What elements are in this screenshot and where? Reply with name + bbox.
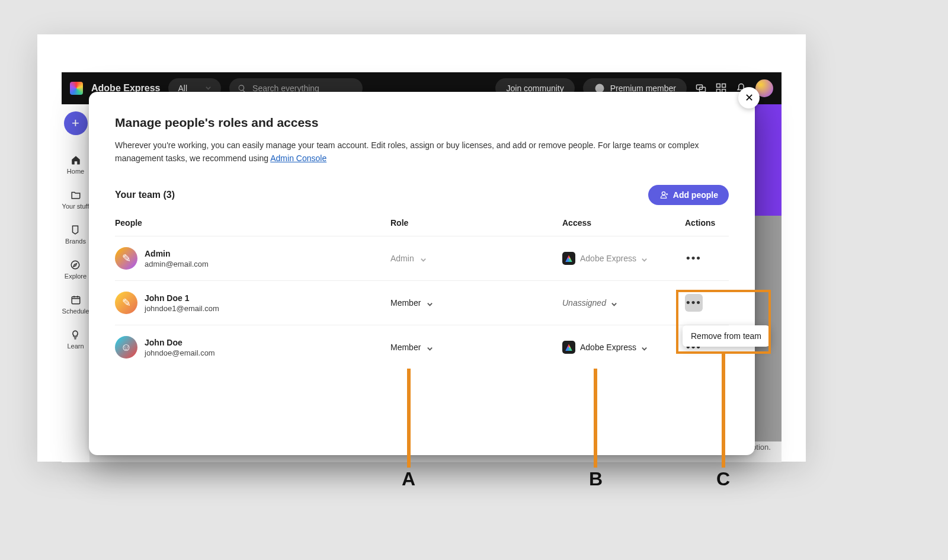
modal-title: Manage people's roles and access — [115, 116, 729, 130]
annotation-label-c: C — [716, 468, 730, 490]
person-email: johndoe1@email.com — [145, 304, 219, 313]
add-people-button[interactable]: Add people — [648, 185, 729, 205]
chevron-down-icon — [641, 255, 647, 261]
svg-point-7 — [72, 261, 80, 269]
role-dropdown[interactable]: Member — [390, 343, 433, 352]
admin-console-link[interactable]: Admin Console — [270, 153, 326, 163]
table-row: ✎ Admin admin@email.com Admin Adobe Expr… — [115, 236, 729, 280]
home-icon — [70, 154, 82, 166]
nav-learn[interactable]: Learn — [67, 329, 84, 350]
table-row: ☺ John Doe johndoe@email.com Member Adob… — [115, 325, 729, 369]
remove-from-team-item[interactable]: Remove from team — [691, 331, 761, 341]
col-people-header: People — [115, 218, 390, 228]
role-dropdown[interactable]: Member — [390, 298, 433, 308]
lightbulb-icon — [69, 329, 81, 341]
nav-your-stuff[interactable]: Your stuff — [62, 189, 89, 210]
calendar-icon — [70, 294, 82, 306]
manage-people-modal: ✕ Manage people's roles and access Where… — [89, 92, 755, 455]
side-nav: + Home Your stuff Brands Explore — [62, 104, 89, 462]
adobe-logo-icon — [70, 82, 83, 95]
col-actions-header: Actions — [685, 218, 729, 228]
adobe-express-app-icon — [562, 252, 575, 265]
adobe-express-app-icon — [562, 341, 575, 354]
compass-icon — [69, 259, 81, 271]
chevron-down-icon — [427, 300, 433, 306]
team-count-heading: Your team (3) — [115, 190, 175, 200]
chevron-down-icon — [641, 344, 647, 350]
svg-rect-4 — [722, 84, 726, 88]
chevron-down-icon — [420, 255, 426, 261]
nav-home[interactable]: Home — [67, 154, 84, 175]
create-new-button[interactable]: + — [64, 111, 88, 135]
row-actions-button[interactable]: ••• — [685, 249, 703, 267]
row-actions-button[interactable]: ••• — [685, 294, 703, 312]
people-table: People Role Access Actions ✎ Admin admin… — [115, 218, 729, 369]
access-dropdown[interactable]: Adobe Express — [562, 341, 685, 354]
nav-schedule[interactable]: Schedule — [62, 294, 89, 315]
col-role-header: Role — [390, 218, 562, 228]
chevron-down-icon — [427, 344, 433, 350]
nav-brands[interactable]: Brands — [65, 224, 86, 245]
person-email: johndoe@email.com — [145, 348, 215, 357]
col-access-header: Access — [562, 218, 685, 228]
modal-intro: Wherever you're working, you can easily … — [115, 139, 729, 165]
avatar: ✎ — [115, 247, 137, 270]
table-row: ✎ John Doe 1 johndoe1@email.com Member U… — [115, 280, 729, 325]
annotation-label-a: A — [402, 468, 415, 490]
avatar: ☺ — [115, 336, 137, 359]
chevron-down-icon — [611, 300, 617, 306]
add-person-icon — [659, 190, 668, 200]
close-icon: ✕ — [745, 91, 754, 104]
close-button[interactable]: ✕ — [738, 87, 760, 108]
annotation-label-b: B — [589, 468, 603, 490]
table-header: People Role Access Actions — [115, 218, 729, 236]
person-email: admin@email.com — [145, 260, 209, 268]
access-dropdown[interactable]: Adobe Express — [562, 252, 685, 265]
access-dropdown[interactable]: Unassigned — [562, 298, 685, 308]
person-name: Admin — [145, 248, 209, 260]
brand-icon — [69, 224, 81, 236]
avatar: ✎ — [115, 292, 137, 314]
person-name: John Doe — [145, 337, 215, 348]
svg-rect-8 — [72, 297, 80, 304]
folder-icon — [70, 189, 82, 201]
person-name: John Doe 1 — [145, 293, 219, 304]
row-actions-menu: Remove from team — [683, 325, 770, 347]
nav-explore[interactable]: Explore — [65, 259, 87, 280]
role-dropdown[interactable]: Admin — [390, 254, 426, 263]
svg-rect-3 — [717, 84, 720, 88]
